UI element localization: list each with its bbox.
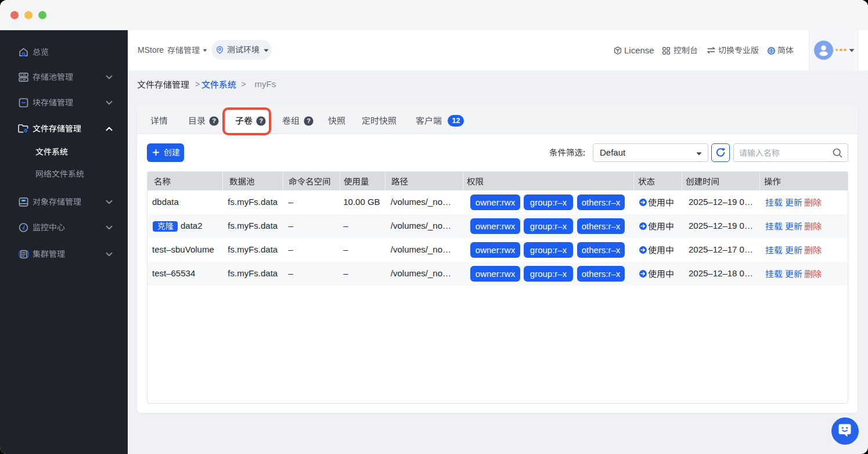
- svg-text:?: ?: [212, 117, 216, 124]
- svg-text:?: ?: [307, 117, 311, 124]
